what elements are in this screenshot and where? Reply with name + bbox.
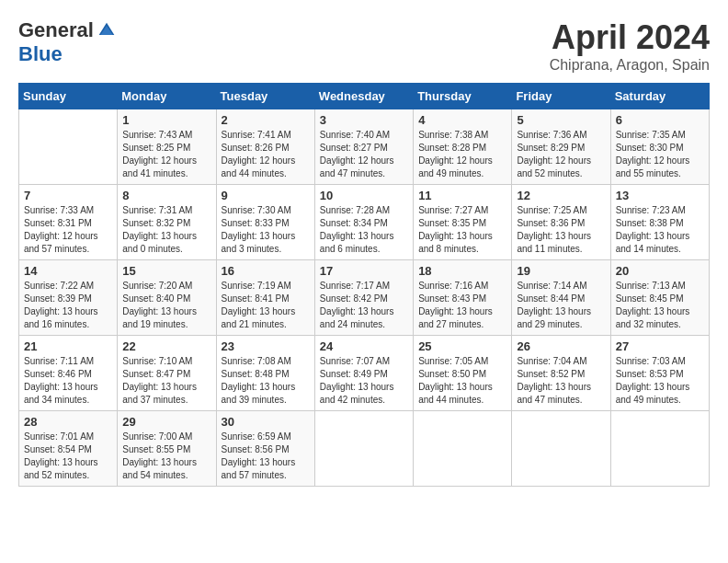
calendar-row-4: 28Sunrise: 7:01 AM Sunset: 8:54 PM Dayli… xyxy=(19,411,710,487)
day-info: Sunrise: 7:35 AM Sunset: 8:30 PM Dayligh… xyxy=(616,129,704,180)
day-info: Sunrise: 7:01 AM Sunset: 8:54 PM Dayligh… xyxy=(24,431,112,482)
calendar-cell: 15Sunrise: 7:20 AM Sunset: 8:40 PM Dayli… xyxy=(118,260,216,336)
day-number: 6 xyxy=(616,113,704,127)
day-info: Sunrise: 7:13 AM Sunset: 8:45 PM Dayligh… xyxy=(616,280,704,331)
day-info: Sunrise: 7:00 AM Sunset: 8:55 PM Dayligh… xyxy=(122,431,210,482)
day-info: Sunrise: 7:22 AM Sunset: 8:39 PM Dayligh… xyxy=(24,280,112,331)
calendar-table: SundayMondayTuesdayWednesdayThursdayFrid… xyxy=(18,83,710,487)
calendar-cell: 24Sunrise: 7:07 AM Sunset: 8:49 PM Dayli… xyxy=(314,336,413,411)
header-wednesday: Wednesday xyxy=(314,84,413,109)
day-number: 15 xyxy=(122,264,210,278)
month-title: April 2024 xyxy=(550,18,710,57)
header-friday: Friday xyxy=(512,84,610,109)
calendar-cell: 29Sunrise: 7:00 AM Sunset: 8:55 PM Dayli… xyxy=(118,411,216,487)
calendar-cell: 13Sunrise: 7:23 AM Sunset: 8:38 PM Dayli… xyxy=(610,185,709,260)
day-number: 5 xyxy=(517,113,605,127)
day-number: 23 xyxy=(222,339,310,353)
day-number: 2 xyxy=(222,113,310,127)
calendar-cell xyxy=(314,411,413,487)
day-number: 1 xyxy=(122,113,210,127)
day-number: 22 xyxy=(122,339,210,353)
day-number: 25 xyxy=(418,339,506,353)
day-info: Sunrise: 7:16 AM Sunset: 8:43 PM Dayligh… xyxy=(418,280,506,331)
title-block: April 2024 Chiprana, Aragon, Spain xyxy=(550,18,710,74)
calendar-cell: 17Sunrise: 7:17 AM Sunset: 8:42 PM Dayli… xyxy=(314,260,413,336)
header-row: SundayMondayTuesdayWednesdayThursdayFrid… xyxy=(19,84,710,109)
day-number: 4 xyxy=(418,113,506,127)
day-info: Sunrise: 7:20 AM Sunset: 8:40 PM Dayligh… xyxy=(122,280,210,331)
day-info: Sunrise: 6:59 AM Sunset: 8:56 PM Dayligh… xyxy=(222,431,310,482)
calendar-cell: 25Sunrise: 7:05 AM Sunset: 8:50 PM Dayli… xyxy=(414,336,512,411)
day-info: Sunrise: 7:33 AM Sunset: 8:31 PM Dayligh… xyxy=(24,204,112,256)
header-monday: Monday xyxy=(118,84,216,109)
calendar-cell: 26Sunrise: 7:04 AM Sunset: 8:52 PM Dayli… xyxy=(512,336,610,411)
calendar-cell xyxy=(512,411,610,487)
day-number: 13 xyxy=(616,189,704,202)
calendar-cell: 9Sunrise: 7:30 AM Sunset: 8:33 PM Daylig… xyxy=(216,185,314,260)
calendar-cell: 4Sunrise: 7:38 AM Sunset: 8:28 PM Daylig… xyxy=(414,109,512,185)
calendar-cell xyxy=(414,411,512,487)
day-info: Sunrise: 7:03 AM Sunset: 8:53 PM Dayligh… xyxy=(616,355,704,407)
day-info: Sunrise: 7:43 AM Sunset: 8:25 PM Dayligh… xyxy=(122,129,210,180)
day-number: 28 xyxy=(24,415,112,429)
calendar-cell: 3Sunrise: 7:40 AM Sunset: 8:27 PM Daylig… xyxy=(314,109,413,185)
day-info: Sunrise: 7:25 AM Sunset: 8:36 PM Dayligh… xyxy=(517,204,605,256)
calendar-cell: 16Sunrise: 7:19 AM Sunset: 8:41 PM Dayli… xyxy=(216,260,314,336)
logo: General Blue xyxy=(18,18,116,66)
logo-icon xyxy=(97,21,116,40)
calendar-cell: 23Sunrise: 7:08 AM Sunset: 8:48 PM Dayli… xyxy=(216,336,314,411)
day-info: Sunrise: 7:08 AM Sunset: 8:48 PM Dayligh… xyxy=(222,355,310,407)
header-sunday: Sunday xyxy=(19,84,118,109)
day-number: 29 xyxy=(122,415,210,429)
day-info: Sunrise: 7:11 AM Sunset: 8:46 PM Dayligh… xyxy=(24,355,112,407)
day-number: 24 xyxy=(320,339,408,353)
day-number: 21 xyxy=(24,339,112,353)
calendar-cell: 22Sunrise: 7:10 AM Sunset: 8:47 PM Dayli… xyxy=(118,336,216,411)
calendar-cell: 2Sunrise: 7:41 AM Sunset: 8:26 PM Daylig… xyxy=(216,109,314,185)
calendar-cell: 5Sunrise: 7:36 AM Sunset: 8:29 PM Daylig… xyxy=(512,109,610,185)
logo-blue-text: Blue xyxy=(18,42,63,66)
day-info: Sunrise: 7:36 AM Sunset: 8:29 PM Dayligh… xyxy=(517,129,605,180)
day-number: 12 xyxy=(517,189,605,202)
calendar-cell: 7Sunrise: 7:33 AM Sunset: 8:31 PM Daylig… xyxy=(19,185,118,260)
location-subtitle: Chiprana, Aragon, Spain xyxy=(550,57,710,74)
day-number: 17 xyxy=(320,264,408,278)
day-info: Sunrise: 7:27 AM Sunset: 8:35 PM Dayligh… xyxy=(418,204,506,256)
calendar-cell: 18Sunrise: 7:16 AM Sunset: 8:43 PM Dayli… xyxy=(414,260,512,336)
header-thursday: Thursday xyxy=(414,84,512,109)
day-number: 11 xyxy=(418,189,506,202)
calendar-cell: 10Sunrise: 7:28 AM Sunset: 8:34 PM Dayli… xyxy=(314,185,413,260)
calendar-row-3: 21Sunrise: 7:11 AM Sunset: 8:46 PM Dayli… xyxy=(19,336,710,411)
day-number: 10 xyxy=(320,189,408,202)
calendar-cell: 27Sunrise: 7:03 AM Sunset: 8:53 PM Dayli… xyxy=(610,336,709,411)
header-tuesday: Tuesday xyxy=(216,84,314,109)
day-info: Sunrise: 7:38 AM Sunset: 8:28 PM Dayligh… xyxy=(418,129,506,180)
calendar-cell: 1Sunrise: 7:43 AM Sunset: 8:25 PM Daylig… xyxy=(118,109,216,185)
day-number: 27 xyxy=(616,339,704,353)
day-number: 30 xyxy=(222,415,310,429)
calendar-cell: 21Sunrise: 7:11 AM Sunset: 8:46 PM Dayli… xyxy=(19,336,118,411)
day-info: Sunrise: 7:40 AM Sunset: 8:27 PM Dayligh… xyxy=(320,129,408,180)
day-info: Sunrise: 7:04 AM Sunset: 8:52 PM Dayligh… xyxy=(517,355,605,407)
calendar-cell: 12Sunrise: 7:25 AM Sunset: 8:36 PM Dayli… xyxy=(512,185,610,260)
calendar-cell: 11Sunrise: 7:27 AM Sunset: 8:35 PM Dayli… xyxy=(414,185,512,260)
calendar-cell: 14Sunrise: 7:22 AM Sunset: 8:39 PM Dayli… xyxy=(19,260,118,336)
day-info: Sunrise: 7:41 AM Sunset: 8:26 PM Dayligh… xyxy=(222,129,310,180)
calendar-cell: 6Sunrise: 7:35 AM Sunset: 8:30 PM Daylig… xyxy=(610,109,709,185)
day-number: 14 xyxy=(24,264,112,278)
day-info: Sunrise: 7:30 AM Sunset: 8:33 PM Dayligh… xyxy=(222,204,310,256)
header-saturday: Saturday xyxy=(610,84,709,109)
day-number: 3 xyxy=(320,113,408,127)
day-number: 20 xyxy=(616,264,704,278)
calendar-cell: 28Sunrise: 7:01 AM Sunset: 8:54 PM Dayli… xyxy=(19,411,118,487)
day-number: 7 xyxy=(24,189,112,202)
day-number: 18 xyxy=(418,264,506,278)
day-info: Sunrise: 7:28 AM Sunset: 8:34 PM Dayligh… xyxy=(320,204,408,256)
day-info: Sunrise: 7:07 AM Sunset: 8:49 PM Dayligh… xyxy=(320,355,408,407)
day-info: Sunrise: 7:10 AM Sunset: 8:47 PM Dayligh… xyxy=(122,355,210,407)
calendar-row-1: 7Sunrise: 7:33 AM Sunset: 8:31 PM Daylig… xyxy=(19,185,710,260)
calendar-cell xyxy=(19,109,118,185)
calendar-cell: 30Sunrise: 6:59 AM Sunset: 8:56 PM Dayli… xyxy=(216,411,314,487)
day-info: Sunrise: 7:14 AM Sunset: 8:44 PM Dayligh… xyxy=(517,280,605,331)
day-number: 26 xyxy=(517,339,605,353)
